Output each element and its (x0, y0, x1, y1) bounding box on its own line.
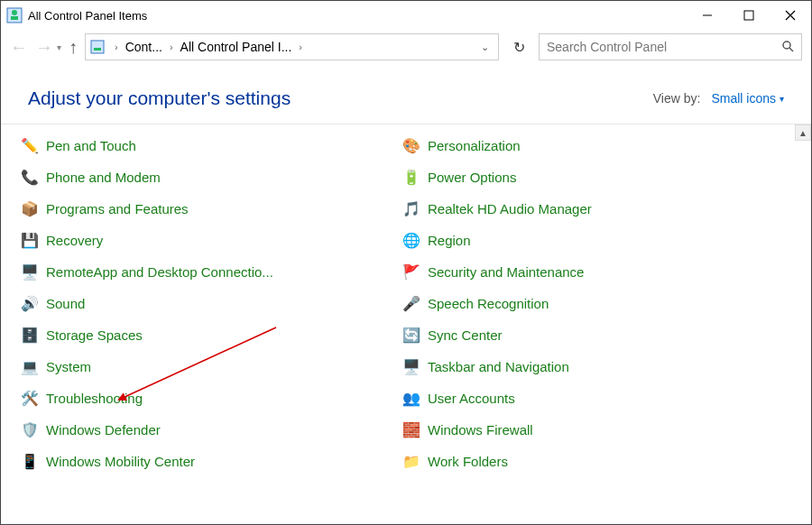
cp-item-icon: 🗄️ (21, 327, 39, 345)
chevron-right-icon: › (295, 41, 306, 52)
cp-item-icon: 📱 (21, 453, 39, 471)
cp-item-icon: 📁 (402, 453, 420, 471)
cp-item-label: Realtek HD Audio Manager (428, 201, 592, 216)
cp-item[interactable]: 🗄️Storage Spaces (21, 319, 393, 351)
cp-item-label: Work Folders (428, 454, 508, 469)
cp-item[interactable]: 📁Work Folders (402, 446, 775, 477)
cp-item[interactable]: 🧱Windows Firewall (402, 414, 775, 446)
scroll-up-button[interactable]: ▲ (795, 124, 811, 141)
cp-item-icon: 🔄 (402, 327, 420, 345)
window-controls (687, 1, 811, 30)
breadcrumb-icon (89, 39, 106, 55)
refresh-button[interactable]: ↻ (506, 34, 531, 60)
view-by-dropdown[interactable]: Small icons ▾ (711, 91, 784, 106)
search-input[interactable]: Search Control Panel (539, 33, 802, 60)
cp-item-label: Power Options (428, 170, 516, 185)
svg-line-10 (789, 48, 793, 51)
cp-item-icon: 🔋 (402, 169, 420, 187)
cp-item-icon: 💻 (21, 358, 39, 376)
cp-item[interactable]: ✏️Pen and Touch (21, 130, 393, 161)
svg-point-9 (783, 41, 790, 49)
navbar: ← → ▾ ↑ › Cont... › All Control Panel I.… (1, 30, 811, 68)
cp-item-label: System (46, 359, 91, 374)
chevron-right-icon: › (111, 41, 122, 52)
control-panel-icon (6, 7, 23, 23)
cp-item[interactable]: 💻System (21, 351, 393, 382)
cp-item[interactable]: 🎨Personalization (402, 130, 775, 161)
chevron-down-icon: ▾ (780, 94, 784, 104)
view-by: View by: Small icons ▾ (653, 91, 784, 106)
cp-item-icon: 👥 (402, 390, 420, 408)
page-title: Adjust your computer's settings (28, 88, 291, 109)
search-placeholder: Search Control Panel (547, 40, 667, 54)
cp-item[interactable]: 💾Recovery (21, 225, 393, 256)
cp-item-icon: 🎤 (402, 295, 420, 313)
svg-rect-7 (91, 41, 104, 53)
svg-point-2 (12, 10, 17, 15)
history-dropdown[interactable]: ▾ (57, 42, 61, 52)
cp-item-label: Troubleshooting (46, 391, 143, 406)
cp-item-label: Windows Mobility Center (46, 454, 195, 469)
cp-item-icon: 🚩 (402, 263, 420, 281)
cp-item-icon: 🖥️ (402, 358, 420, 376)
chevron-right-icon: › (166, 41, 177, 52)
view-by-label: View by: (653, 91, 701, 106)
svg-rect-1 (11, 16, 18, 20)
cp-item[interactable]: 🖥️Taskbar and Navigation (402, 351, 775, 382)
cp-item-label: Security and Maintenance (428, 264, 584, 280)
cp-item-label: Programs and Features (46, 201, 189, 216)
cp-item-label: Windows Firewall (428, 422, 533, 438)
cp-item-icon: 💾 (21, 232, 39, 250)
back-button[interactable]: ← (10, 37, 28, 58)
cp-item[interactable]: 🔋Power Options (402, 161, 775, 193)
svg-rect-4 (744, 11, 753, 20)
cp-item-label: Storage Spaces (46, 327, 143, 343)
window-title: All Control Panel Items (28, 9, 147, 23)
cp-item[interactable]: 👥User Accounts (402, 382, 775, 414)
cp-item-label: Taskbar and Navigation (428, 359, 569, 374)
cp-item[interactable]: 🎤Speech Recognition (402, 288, 775, 319)
cp-item-icon: ✏️ (21, 137, 39, 155)
breadcrumb-item-1[interactable]: Cont... (125, 40, 162, 54)
cp-item[interactable]: 🛠️Troubleshooting (21, 382, 393, 414)
items-grid: ✏️Pen and Touch🎨Personalization📞Phone an… (1, 124, 811, 477)
cp-item[interactable]: 🔊Sound (21, 288, 393, 319)
cp-item-icon: 🛡️ (21, 421, 39, 439)
cp-item-label: Phone and Modem (46, 170, 161, 185)
svg-rect-8 (94, 48, 101, 51)
breadcrumb-dropdown[interactable]: ⌄ (481, 41, 494, 53)
breadcrumb[interactable]: › Cont... › All Control Panel I... › ⌄ (85, 33, 499, 60)
cp-item-icon: 🔊 (21, 295, 39, 313)
up-button[interactable]: ↑ (69, 37, 78, 58)
breadcrumb-item-2[interactable]: All Control Panel I... (180, 40, 292, 54)
cp-item[interactable]: 🔄Sync Center (402, 319, 775, 351)
cp-item[interactable]: 🌐Region (402, 225, 775, 256)
cp-item-icon: 🎵 (402, 200, 420, 218)
cp-item-label: Pen and Touch (46, 138, 136, 153)
cp-item-icon: 🌐 (402, 232, 420, 250)
minimize-button[interactable] (687, 1, 728, 30)
cp-item[interactable]: 🚩Security and Maintenance (402, 256, 775, 288)
cp-item-icon: 🛠️ (21, 390, 39, 408)
cp-item-label: Region (428, 233, 471, 248)
cp-item-icon: 🎨 (402, 137, 420, 155)
close-button[interactable] (770, 1, 811, 30)
cp-item[interactable]: 📱Windows Mobility Center (21, 446, 393, 477)
cp-item-label: RemoteApp and Desktop Connectio... (46, 264, 273, 280)
cp-item[interactable]: 📞Phone and Modem (21, 161, 393, 193)
titlebar: All Control Panel Items (1, 1, 811, 30)
cp-item-label: Personalization (428, 138, 521, 153)
cp-item-icon: 🖥️ (21, 263, 39, 281)
cp-item[interactable]: 🎵Realtek HD Audio Manager (402, 193, 775, 225)
cp-item[interactable]: 🖥️RemoteApp and Desktop Connectio... (21, 256, 393, 288)
cp-item-icon: 📞 (21, 169, 39, 187)
cp-item-label: Sync Center (428, 327, 503, 343)
cp-item-icon: 📦 (21, 200, 39, 218)
forward-button[interactable]: → (35, 37, 53, 58)
header-row: Adjust your computer's settings View by:… (1, 68, 811, 124)
cp-item-label: Speech Recognition (428, 296, 549, 311)
search-icon[interactable] (781, 40, 794, 55)
maximize-button[interactable] (728, 1, 770, 30)
cp-item[interactable]: 📦Programs and Features (21, 193, 393, 225)
cp-item[interactable]: 🛡️Windows Defender (21, 414, 393, 446)
